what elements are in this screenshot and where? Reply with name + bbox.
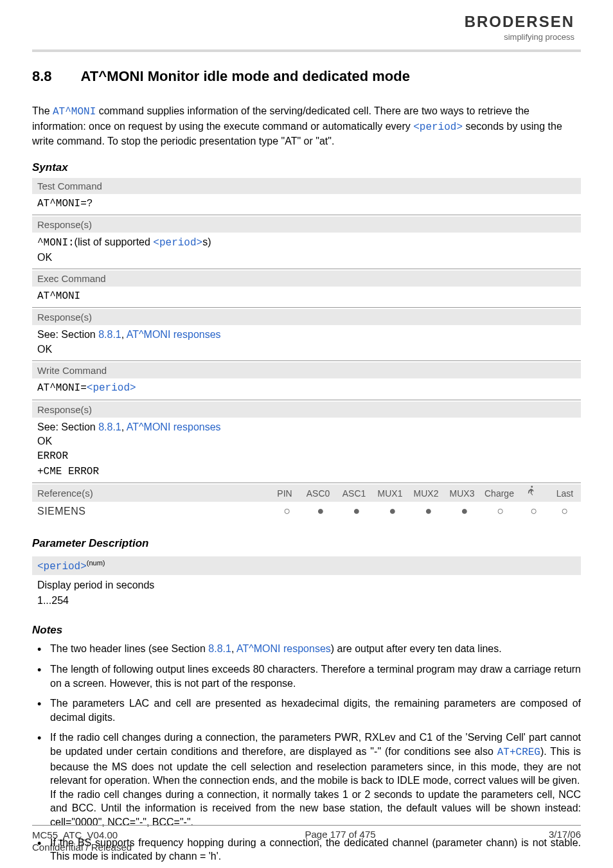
exec-cmd-label: Exec Command	[32, 270, 581, 287]
footer-left: MC55_ATC_V04.00 Confidential / Released	[32, 829, 132, 854]
running-icon	[526, 486, 537, 497]
write-cmd-label: Write Command	[32, 362, 581, 378]
page-title: 8.8AT^MONI Monitor idle mode and dedicat…	[32, 68, 581, 85]
note-item: The parameters LAC and cell are presente…	[32, 696, 581, 724]
notes-heading: Notes	[32, 624, 581, 637]
page-footer: MC55_ATC_V04.00 Confidential / Released …	[32, 825, 581, 854]
cmd-link-atcreg[interactable]: AT+CREG	[497, 747, 540, 758]
col-mux1: MUX1	[377, 488, 404, 499]
param-range: 1...254	[37, 595, 69, 606]
param-link-period[interactable]: <period>	[153, 237, 202, 249]
write-response: See: Section 8.8.1, AT^MONI responses OK…	[32, 418, 581, 482]
link-atmoni-responses[interactable]: AT^MONI responses	[127, 421, 221, 432]
col-mux2: MUX2	[413, 488, 440, 499]
test-cmd-label: Test Command	[32, 178, 581, 194]
col-pin: PIN	[274, 488, 296, 499]
siemens-row: SIEMENS	[32, 502, 581, 520]
link-atmoni-responses[interactable]: AT^MONI responses	[236, 643, 331, 654]
siemens-label: SIEMENS	[37, 506, 86, 517]
col-run-icon	[520, 486, 542, 499]
divider	[32, 400, 581, 400]
dot-run	[523, 504, 545, 518]
write-resp-label: Response(s)	[32, 402, 581, 418]
dot-last	[554, 504, 576, 518]
param-name[interactable]: <period>	[37, 561, 87, 572]
divider	[32, 215, 581, 215]
exec-resp-label: Response(s)	[32, 309, 581, 325]
exec-response: See: Section 8.8.1, AT^MONI responses OK	[32, 325, 581, 359]
divider	[32, 307, 581, 308]
param-link-period[interactable]: <period>	[87, 382, 136, 394]
reference-label: Reference(s)	[37, 488, 93, 499]
note-item: If the radio cell changes during a conne…	[32, 731, 581, 829]
col-asc0: ASC0	[305, 488, 332, 499]
page-number: Page 177 of 475	[305, 829, 375, 854]
dot-asc1	[343, 504, 370, 518]
page-header: BRODERSEN simplifying process	[0, 0, 613, 42]
test-resp-label: Response(s)	[32, 217, 581, 233]
dots	[276, 504, 576, 518]
brand-logo: BRODERSEN	[39, 13, 574, 31]
dot-pin	[276, 504, 298, 518]
dot-mux1	[379, 504, 406, 518]
col-asc1: ASC1	[341, 488, 368, 499]
exec-cmd: AT^MONI	[32, 287, 581, 306]
dot-mux3	[451, 504, 478, 518]
test-response: ^MONI:(list of supported <period>s) OK	[32, 233, 581, 267]
dot-asc0	[307, 504, 334, 518]
test-cmd: AT^MONI=?	[32, 194, 581, 213]
footer-divider	[32, 825, 581, 826]
note-item: The length of following output lines exc…	[32, 662, 581, 690]
intro-paragraph: The AT^MONI command supplies information…	[32, 104, 581, 148]
col-charge: Charge	[484, 488, 511, 499]
section-title: AT^MONI Monitor idle mode and dedicated …	[81, 68, 410, 84]
reference-columns: PIN ASC0 ASC1 MUX1 MUX2 MUX3 Charge Last	[274, 487, 576, 499]
link-section-881[interactable]: 8.8.1	[98, 421, 121, 432]
section-number: 8.8	[32, 68, 52, 84]
brand-tagline: simplifying process	[39, 32, 574, 42]
divider	[32, 360, 581, 361]
link-atmoni-responses[interactable]: AT^MONI responses	[127, 329, 221, 340]
write-cmd: AT^MONI=<period>	[32, 378, 581, 398]
col-mux3: MUX3	[449, 488, 475, 499]
syntax-heading: Syntax	[32, 161, 581, 174]
note-item: The two header lines (see Section 8.8.1,…	[32, 642, 581, 656]
doc-id: MC55_ATC_V04.00	[32, 829, 118, 840]
dot-charge	[487, 504, 514, 518]
col-last: Last	[554, 488, 576, 499]
param-heading: Parameter Description	[32, 537, 581, 550]
param-type: (num)	[87, 559, 105, 567]
param-desc: Display period in seconds	[37, 580, 154, 590]
content: 8.8AT^MONI Monitor idle mode and dedicat…	[0, 52, 613, 864]
reference-row: Reference(s) PIN ASC0 ASC1 MUX1 MUX2 MUX…	[32, 484, 581, 502]
confidentiality: Confidential / Released	[32, 842, 132, 853]
divider	[32, 269, 581, 269]
link-section-881[interactable]: 8.8.1	[98, 329, 121, 340]
cmd-link-atmoni[interactable]: AT^MONI	[53, 106, 96, 118]
param-name-row: <period>(num)	[32, 556, 581, 575]
dot-mux2	[415, 504, 442, 518]
param-body: Display period in seconds 1...254	[32, 575, 581, 611]
doc-date: 3/17/06	[549, 829, 581, 854]
param-link-period[interactable]: <period>	[413, 121, 463, 133]
link-section-881[interactable]: 8.8.1	[208, 643, 231, 654]
divider	[32, 483, 581, 483]
